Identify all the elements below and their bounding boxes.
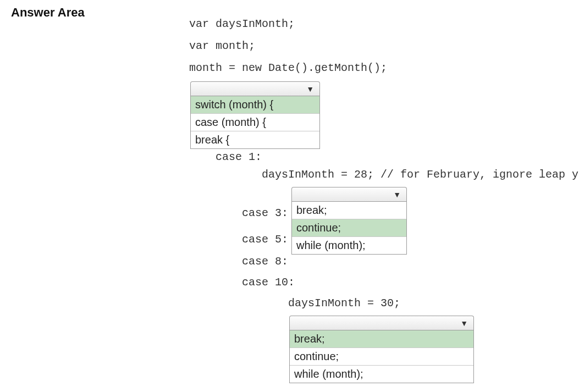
dropdown-switch-list: switch (month) { case (month) { break {	[190, 96, 320, 149]
dropdown-option[interactable]: continue;	[292, 219, 406, 237]
code-line-1: var daysInMonth;	[189, 16, 295, 32]
code-case-8: case 8:	[242, 254, 288, 269]
code-case-10: case 10:	[242, 275, 295, 290]
dropdown-switch[interactable]: ▼ switch (month) { case (month) { break …	[190, 81, 320, 149]
dropdown-switch-head[interactable]: ▼	[190, 81, 320, 96]
code-case-3: case 3:	[242, 206, 288, 221]
code-case-1: case 1:	[216, 150, 262, 165]
dropdown-option[interactable]: switch (month) {	[191, 96, 319, 114]
dropdown-option[interactable]: break;	[290, 330, 473, 348]
code-line-3: month = new Date().getMonth();	[189, 60, 387, 76]
code-case-5: case 5:	[242, 232, 288, 247]
dropdown-option[interactable]: continue;	[290, 348, 473, 366]
dropdown-break-head[interactable]: ▼	[289, 316, 474, 330]
dropdown-option[interactable]: break;	[292, 202, 406, 219]
dropdown-fallthrough[interactable]: ▼ break; continue; while (month);	[291, 187, 407, 255]
dropdown-option[interactable]: while (month);	[290, 366, 473, 383]
dropdown-break-list: break; continue; while (month);	[289, 330, 474, 383]
code-case-1-assign: daysInMonth = 28; // for February, ignor…	[262, 167, 579, 183]
chevron-down-icon: ▼	[393, 190, 401, 199]
dropdown-fallthrough-list: break; continue; while (month);	[291, 201, 407, 255]
code-days-30: daysInMonth = 30;	[288, 296, 400, 311]
dropdown-option[interactable]: break {	[191, 131, 319, 148]
code-line-2: var month;	[189, 38, 255, 54]
chevron-down-icon: ▼	[306, 85, 314, 93]
dropdown-option[interactable]: case (month) {	[191, 114, 319, 131]
dropdown-fallthrough-head[interactable]: ▼	[291, 187, 407, 201]
dropdown-option[interactable]: while (month);	[292, 237, 406, 254]
dropdown-break[interactable]: ▼ break; continue; while (month);	[289, 316, 474, 383]
page-title: Answer Area	[11, 5, 85, 20]
chevron-down-icon: ▼	[460, 319, 468, 328]
